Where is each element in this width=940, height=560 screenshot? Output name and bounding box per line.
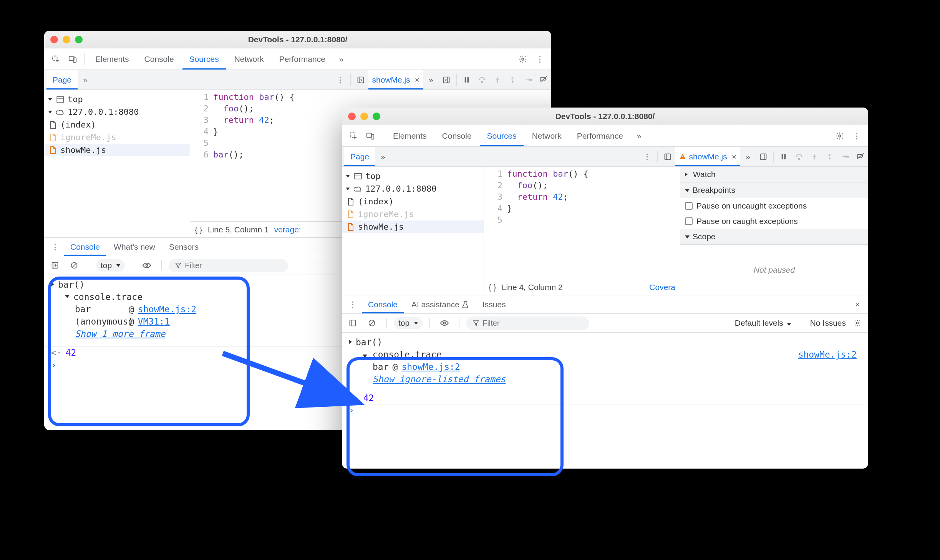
file-tree[interactable]: top 127.0.0.1:8080 (index) ignoreMe.js s… [342,167,484,295]
tree-top[interactable]: top [44,93,190,106]
collapse-icon[interactable] [65,295,70,298]
tab-console[interactable]: Console [138,48,181,70]
frame-link[interactable]: VM31:1 [138,316,170,326]
drawer-tab-console[interactable]: Console [362,295,404,313]
breakpoints-header[interactable]: Breakpoints [680,182,868,198]
context-selector[interactable]: top [96,259,125,272]
tab-sources[interactable]: Sources [480,125,524,146]
trace-source-link[interactable]: showMe.js:2 [798,350,857,360]
live-expr-icon[interactable] [437,315,452,331]
pause-caught-row[interactable]: Pause on caught exceptions [680,214,868,229]
kebab-icon[interactable]: ⋮ [333,72,348,88]
tab-elements[interactable]: Elements [386,125,434,146]
sidebar-toggle-icon[interactable] [345,315,360,331]
context-selector[interactable]: top [394,317,423,329]
inspect-icon[interactable] [48,51,63,67]
more-nav-icon[interactable]: » [375,149,391,164]
file-tree[interactable]: top 127.0.0.1:8080 (index) ignoreMe.js s… [44,90,190,237]
tab-console[interactable]: Console [435,125,479,146]
more-files-icon[interactable]: » [740,149,756,164]
pause-icon[interactable] [776,149,791,164]
tree-file-index[interactable]: (index) [342,195,484,208]
close-drawer-icon[interactable]: × [850,297,865,312]
tab-elements[interactable]: Elements [88,48,136,70]
filter-input[interactable] [185,261,282,270]
page-tab[interactable]: Page [46,70,78,89]
show-ignored-frames-link[interactable]: Show ignore-listed frames [373,374,506,384]
scope-header[interactable]: Scope [680,229,868,245]
device-icon[interactable] [363,128,378,144]
tree-host[interactable]: 127.0.0.1:8080 [342,182,484,195]
drawer-tab-ai[interactable]: AI assistance [405,295,475,313]
live-expr-icon[interactable] [139,258,154,273]
expand-icon[interactable] [51,282,54,287]
pause-uncaught-row[interactable]: Pause on uncaught exceptions [680,198,868,214]
drawer-tab-issues[interactable]: Issues [476,295,512,313]
filter-box[interactable] [169,259,288,272]
coverage-link[interactable]: verage: [274,225,301,234]
show-navigator-icon[interactable] [660,149,675,164]
watch-header[interactable]: Watch [680,167,868,182]
more-nav-icon[interactable]: » [78,72,93,88]
show-more-frames-link[interactable]: Show 1 more frame [75,329,165,339]
filter-box[interactable] [466,316,589,330]
checkbox[interactable] [685,217,693,225]
tab-performance[interactable]: Performance [570,125,630,146]
tab-sources[interactable]: Sources [182,48,226,70]
checkbox[interactable] [685,202,693,210]
drawer-tab-console[interactable]: Console [64,238,106,256]
levels-selector[interactable]: Default levels [735,318,791,328]
filter-input[interactable] [482,319,580,328]
show-debugger-icon[interactable] [439,72,454,88]
sidebar-toggle-icon[interactable] [47,258,63,273]
frame-link[interactable]: showMe.js:2 [138,304,196,314]
gear-icon[interactable] [832,128,847,144]
deactivate-bp-icon[interactable] [853,149,868,164]
more-files-icon[interactable]: » [423,72,439,88]
tab-network[interactable]: Network [227,48,271,70]
file-tab-showme[interactable]: showMe.js × [675,147,740,166]
gear-icon[interactable] [850,315,865,331]
file-tab-showme[interactable]: showMe.js × [368,70,423,89]
tree-file-showme[interactable]: showMe.js [342,220,484,233]
tree-file-ignoreme[interactable]: ignoreMe.js [44,131,190,144]
more-tabs-icon[interactable]: » [334,51,349,67]
inspect-icon[interactable] [346,128,361,144]
console-output[interactable]: bar() console.trace showMe.js:2 bar @ sh… [342,333,868,469]
tree-file-showme[interactable]: showMe.js [44,144,190,156]
device-icon[interactable] [65,51,80,67]
kebab-icon[interactable]: ⋮ [345,297,360,312]
issues-link[interactable]: No Issues [810,318,846,328]
expand-icon[interactable] [349,340,352,344]
tree-file-ignoreme[interactable]: ignoreMe.js [342,208,484,220]
collapse-icon[interactable] [363,355,367,358]
tab-network[interactable]: Network [525,125,569,146]
tab-performance[interactable]: Performance [272,48,332,70]
drawer-tab-sensors[interactable]: Sensors [163,238,205,256]
more-tabs-icon[interactable]: » [632,128,647,144]
tree-top[interactable]: top [342,170,484,182]
page-tab[interactable]: Page [344,147,375,166]
tree-host[interactable]: 127.0.0.1:8080 [44,106,190,118]
source[interactable]: function bar() { foo(); return 42; } [507,167,680,279]
kebab-icon[interactable]: ⋮ [47,239,63,255]
format-icon[interactable]: { } [195,225,202,234]
show-debugger-icon[interactable] [756,149,771,164]
kebab-icon[interactable]: ⋮ [532,51,547,67]
format-icon[interactable]: { } [489,283,496,292]
pause-icon[interactable] [459,72,474,88]
kebab-icon[interactable]: ⋮ [849,128,864,144]
close-icon[interactable]: × [732,152,736,161]
kebab-icon[interactable]: ⋮ [640,149,655,164]
coverage-link[interactable]: Covera [649,283,675,292]
tree-file-index[interactable]: (index) [44,118,190,131]
gear-icon[interactable] [515,51,531,67]
frame-link[interactable]: showMe.js:2 [401,362,460,372]
clear-console-icon[interactable] [66,258,82,273]
close-icon[interactable]: × [415,75,419,84]
prompt-cursor[interactable] [62,360,62,368]
show-navigator-icon[interactable] [353,72,368,88]
clear-console-icon[interactable] [364,315,380,331]
drawer-tab-whatsnew[interactable]: What's new [108,238,161,256]
deactivate-bp-icon[interactable] [536,72,551,88]
